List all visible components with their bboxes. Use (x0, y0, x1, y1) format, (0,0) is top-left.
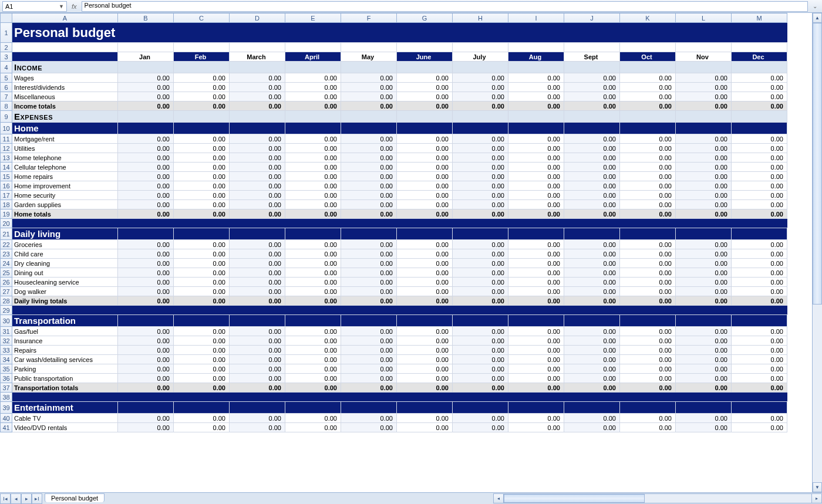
row-label[interactable]: Video/DVD rentals (12, 423, 118, 432)
tab-next-icon[interactable]: ▸ (21, 493, 32, 504)
cell[interactable]: 0.00 (620, 181, 676, 191)
cell[interactable]: 0.00 (230, 268, 285, 278)
cell[interactable]: 0.00 (564, 268, 620, 278)
cell[interactable] (174, 23, 230, 43)
row-label[interactable] (12, 393, 118, 402)
row-header[interactable]: 7 (1, 92, 12, 102)
cell[interactable] (230, 306, 285, 315)
cell[interactable]: 0.00 (508, 336, 564, 346)
cell[interactable]: 0.00 (118, 249, 174, 259)
row-header[interactable]: 8 (1, 102, 12, 111)
month-header[interactable]: March (230, 52, 285, 62)
cell[interactable]: 0.00 (397, 144, 453, 153)
cell[interactable] (118, 43, 174, 52)
cell[interactable]: 0.00 (508, 144, 564, 153)
cell[interactable]: 0.00 (564, 144, 620, 153)
cell[interactable]: 0.00 (564, 287, 620, 296)
cell[interactable]: 0.00 (230, 209, 285, 219)
cell[interactable]: 0.00 (230, 383, 285, 393)
cell[interactable] (508, 402, 564, 414)
cell[interactable]: 0.00 (732, 172, 787, 181)
cell[interactable] (676, 62, 732, 73)
cell[interactable]: 0.00 (118, 163, 174, 172)
col-header-L[interactable]: L (676, 13, 732, 23)
cell[interactable]: 0.00 (732, 240, 787, 249)
cell[interactable]: 0.00 (564, 327, 620, 336)
tab-prev-icon[interactable]: ◂ (11, 493, 21, 504)
col-header-H[interactable]: H (453, 13, 508, 23)
cell[interactable]: 0.00 (564, 423, 620, 432)
cell[interactable] (620, 111, 676, 123)
cell[interactable]: 0.00 (620, 268, 676, 278)
row-label[interactable]: Groceries (12, 240, 118, 249)
cell[interactable] (397, 62, 453, 73)
cell[interactable] (564, 62, 620, 73)
cell[interactable]: 0.00 (230, 278, 285, 287)
cell[interactable]: 0.00 (453, 134, 508, 144)
cell[interactable]: 0.00 (285, 423, 341, 432)
cell[interactable]: 0.00 (118, 287, 174, 296)
cell[interactable]: 0.00 (230, 200, 285, 209)
cell[interactable]: 0.00 (732, 200, 787, 209)
cell[interactable] (620, 228, 676, 240)
cell[interactable] (620, 402, 676, 414)
cell[interactable] (397, 43, 453, 52)
cell[interactable]: 0.00 (453, 383, 508, 393)
cell[interactable]: 0.00 (174, 346, 230, 355)
cell[interactable]: 0.00 (397, 209, 453, 219)
cell[interactable]: 0.00 (508, 134, 564, 144)
cell[interactable]: 0.00 (341, 268, 397, 278)
row-label[interactable]: Housecleaning service (12, 278, 118, 287)
row-label[interactable]: Insurance (12, 336, 118, 346)
month-header[interactable]: April (285, 52, 341, 62)
cell[interactable]: 0.00 (564, 249, 620, 259)
cell[interactable]: 0.00 (118, 73, 174, 83)
cell[interactable]: 0.00 (285, 92, 341, 102)
cell[interactable]: 0.00 (564, 83, 620, 92)
row-label[interactable]: Gas/fuel (12, 327, 118, 336)
cell[interactable]: 0.00 (453, 374, 508, 383)
cell[interactable]: 0.00 (118, 191, 174, 200)
cell[interactable]: 0.00 (508, 181, 564, 191)
cell[interactable] (508, 43, 564, 52)
cell[interactable]: 0.00 (174, 423, 230, 432)
cell[interactable] (508, 23, 564, 43)
cell[interactable]: 0.00 (676, 287, 732, 296)
cell[interactable] (508, 393, 564, 402)
row-label[interactable]: Income totals (12, 102, 118, 111)
cell[interactable] (732, 315, 787, 327)
cell[interactable]: 0.00 (453, 249, 508, 259)
cell[interactable]: 0.00 (118, 92, 174, 102)
cell[interactable]: 0.00 (397, 374, 453, 383)
row-header[interactable]: 10 (1, 123, 12, 134)
cell[interactable]: 0.00 (453, 153, 508, 163)
row-header[interactable]: 17 (1, 191, 12, 200)
cell[interactable]: 0.00 (397, 414, 453, 423)
cell[interactable]: 0.00 (564, 364, 620, 374)
row-header[interactable]: 3 (1, 52, 12, 62)
cell[interactable]: 0.00 (285, 336, 341, 346)
cell[interactable]: 0.00 (285, 172, 341, 181)
cell[interactable]: 0.00 (341, 287, 397, 296)
cell[interactable]: 0.00 (230, 364, 285, 374)
cell[interactable]: 0.00 (174, 383, 230, 393)
cell[interactable]: 0.00 (676, 83, 732, 92)
cell[interactable]: 0.00 (732, 374, 787, 383)
cell[interactable]: 0.00 (620, 144, 676, 153)
cell[interactable]: 0.00 (508, 92, 564, 102)
cell[interactable]: 0.00 (341, 327, 397, 336)
cell[interactable] (453, 62, 508, 73)
cell[interactable] (285, 111, 341, 123)
cell[interactable]: 0.00 (620, 172, 676, 181)
cell[interactable]: 0.00 (341, 181, 397, 191)
expand-formula-icon[interactable]: ⌄ (810, 3, 820, 9)
month-header[interactable]: June (397, 52, 453, 62)
cell[interactable]: 0.00 (508, 414, 564, 423)
cell[interactable] (174, 306, 230, 315)
cell[interactable]: 0.00 (341, 92, 397, 102)
cell[interactable] (564, 23, 620, 43)
cell[interactable] (341, 228, 397, 240)
cell[interactable] (564, 111, 620, 123)
row-label[interactable]: Daily living totals (12, 296, 118, 306)
cell[interactable]: 0.00 (118, 83, 174, 92)
